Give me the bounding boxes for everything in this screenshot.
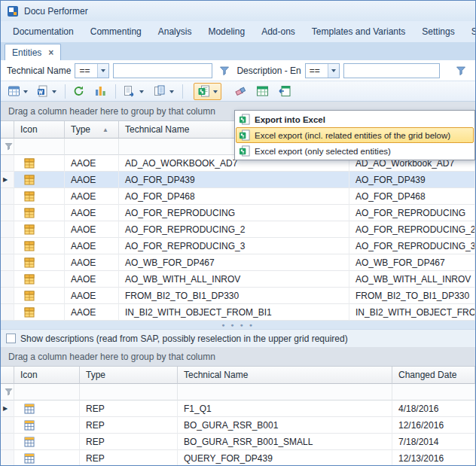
column-header-changed-date[interactable]: Changed Date bbox=[392, 367, 475, 384]
description-filter-input[interactable] bbox=[343, 63, 440, 78]
column-header-icon[interactable]: Icon bbox=[14, 121, 65, 139]
entity-row[interactable]: AAOEAO_WB_WITH_ALL_INROVAO_WB_WITH_ALL_I… bbox=[1, 271, 475, 288]
menu-item-analysis[interactable]: Analysis bbox=[151, 23, 200, 41]
word-document-button[interactable] bbox=[33, 83, 60, 100]
excel-export-dropdown-menu: Export into Excel Excel export (incl. re… bbox=[234, 110, 475, 160]
bottom-grid-body: ▶REPF1_Q14/18/2016REPBO_GURA_RSR_B00112/… bbox=[1, 401, 475, 466]
type-cell: AAOE bbox=[65, 238, 119, 254]
row-selector bbox=[1, 221, 14, 238]
excel-export-button[interactable] bbox=[194, 83, 221, 100]
description-filter-label: Description - En bbox=[236, 65, 301, 76]
entity-type-icon bbox=[14, 205, 65, 221]
type-cell: AAOE bbox=[65, 221, 119, 238]
bottom-grid-header: Icon Type Technical Name Changed Date bbox=[1, 367, 475, 384]
row-selector: ▶ bbox=[1, 172, 14, 188]
entity-row[interactable]: AAOEAO_WB_FOR_DP467AO_WB_FOR_DP467 bbox=[1, 254, 475, 271]
report-row[interactable]: REPBO_GURA_RSR_B00112/16/2016 bbox=[1, 417, 475, 434]
toolbar-separator bbox=[65, 84, 66, 99]
filter-cell[interactable] bbox=[80, 384, 178, 401]
row-selector-header bbox=[1, 121, 14, 139]
menu-item-sap-i[interactable]: SAP I bbox=[464, 23, 476, 41]
entity-row[interactable]: AAOEAO_FOR_REPRODUCING_2AO_FOR_REPRODUCI… bbox=[1, 221, 475, 238]
row-selector bbox=[1, 205, 14, 221]
combo-dropdown-button[interactable] bbox=[328, 64, 339, 78]
combo-dropdown-button[interactable] bbox=[97, 64, 108, 78]
row-selector: ▶ bbox=[1, 401, 14, 417]
filter-cell[interactable] bbox=[65, 139, 119, 155]
description-operator-combo[interactable]: == bbox=[305, 63, 340, 78]
menubar: DocumentationCommentingAnalysisModelingA… bbox=[1, 21, 475, 42]
funnel-icon bbox=[5, 388, 13, 396]
filter-funnel-button-right[interactable] bbox=[453, 63, 469, 78]
export-documents-button[interactable] bbox=[119, 83, 148, 100]
entity-row[interactable]: AAOEAO_FOR_REPRODUCINGAO_FOR_REPRODUCING bbox=[1, 205, 475, 221]
entity-type-icon bbox=[14, 188, 65, 205]
menu-item-settings[interactable]: Settings bbox=[414, 23, 462, 41]
menu-item-commenting[interactable]: Commenting bbox=[83, 23, 149, 41]
chevron-down-icon bbox=[331, 69, 336, 75]
report-row[interactable]: REPQUERY_FOR_DP43912/13/2016 bbox=[1, 450, 475, 466]
type-cell: REP bbox=[80, 450, 178, 466]
menu-item-documentation[interactable]: Documentation bbox=[5, 23, 81, 41]
type-cell: REP bbox=[80, 401, 178, 417]
funnel-icon bbox=[219, 65, 230, 76]
entity-row[interactable]: AAOEAO_FOR_DP468AO_FOR_DP468 bbox=[1, 188, 475, 205]
column-header-technical-name[interactable]: Technical Name bbox=[178, 367, 392, 384]
technical-name-cell: AO_FOR_REPRODUCING_2 bbox=[119, 221, 349, 238]
menu-item-modeling[interactable]: Modeling bbox=[200, 23, 252, 41]
column-header-type[interactable]: Type▲ bbox=[65, 121, 119, 139]
menu-item-export-into-excel[interactable]: Export into Excel bbox=[236, 111, 474, 127]
filter-funnel-button-left[interactable] bbox=[216, 63, 233, 78]
refresh-button[interactable] bbox=[69, 83, 89, 100]
menu-item-templates-and-variants[interactable]: Templates and Variants bbox=[304, 23, 413, 41]
report-row[interactable]: REPBO_GURA_RSR_B001_SMALL7/18/2014 bbox=[1, 434, 475, 450]
excel-table-button[interactable] bbox=[252, 83, 273, 100]
excel-export-icon bbox=[197, 85, 210, 97]
column-header-type[interactable]: Type bbox=[80, 367, 178, 384]
filter-row-indicator bbox=[1, 384, 14, 401]
tab-close-icon[interactable]: × bbox=[48, 47, 53, 58]
type-cell: AAOE bbox=[65, 205, 119, 221]
row-selector bbox=[1, 450, 14, 466]
entity-row[interactable]: AAOEFROM_BI2_TO_BI1_DP330FROM_BI2_TO_BI1… bbox=[1, 288, 475, 304]
entity-row[interactable]: AAOEIN_BI2_WITH_OBJECT_FROM_BI1IN_BI2_WI… bbox=[1, 304, 475, 321]
excel-import-button[interactable] bbox=[274, 83, 295, 100]
show-descriptions-row: Show descriptions (read from SAP, possib… bbox=[1, 329, 475, 347]
funnel-icon bbox=[5, 142, 13, 151]
show-descriptions-checkbox[interactable] bbox=[6, 334, 16, 343]
filter-cell[interactable] bbox=[178, 384, 392, 401]
changed-date-cell: 7/18/2014 bbox=[392, 434, 475, 450]
app-logo-icon bbox=[7, 5, 19, 17]
bottom-grid-groupby-area[interactable]: Drag a column header here to group by th… bbox=[1, 347, 475, 367]
description-cell: AO_FOR_DP439 bbox=[349, 172, 475, 188]
technical-name-cell: AO_FOR_DP439 bbox=[119, 172, 349, 188]
row-selector bbox=[1, 155, 14, 172]
merge-documents-button[interactable] bbox=[149, 83, 178, 100]
technical-name-cell: IN_BI2_WITH_OBJECT_FROM_BI1 bbox=[119, 304, 349, 321]
technical-name-filter-input[interactable] bbox=[113, 63, 212, 78]
description-cell: AO_WB_WITH_ALL_INROV bbox=[349, 271, 475, 288]
filter-cell[interactable] bbox=[14, 139, 65, 155]
clear-filter-button[interactable] bbox=[230, 83, 251, 100]
changed-date-cell: 12/13/2016 bbox=[392, 450, 475, 466]
entity-row[interactable]: AAOEAO_FOR_REPRODUCING_3AO_FOR_REPRODUCI… bbox=[1, 238, 475, 254]
filter-cell[interactable] bbox=[14, 384, 80, 401]
technical-name-cell: AO_FOR_DP468 bbox=[119, 188, 349, 205]
technical-name-operator-combo[interactable]: == bbox=[75, 63, 109, 78]
report-type-icon bbox=[14, 434, 80, 450]
word-table-export-button[interactable] bbox=[4, 83, 32, 100]
menu-item-excel-export-only-selected[interactable]: Excel export (only selected entities) bbox=[236, 143, 474, 159]
report-row[interactable]: ▶REPF1_Q14/18/2016 bbox=[1, 401, 475, 417]
changed-date-cell: 12/16/2016 bbox=[392, 417, 475, 434]
menu-item-add-ons[interactable]: Add-ons bbox=[254, 23, 303, 41]
filter-cell[interactable] bbox=[392, 384, 475, 401]
menu-item-excel-export-incl-related[interactable]: Excel export (incl. related entities of … bbox=[236, 127, 474, 143]
tab-entities[interactable]: Entities × bbox=[5, 44, 61, 60]
excel-icon bbox=[239, 129, 250, 141]
compare-button[interactable] bbox=[90, 83, 111, 100]
grid-splitter[interactable]: ● ● ● ● bbox=[1, 321, 475, 329]
technical-name-cell: AO_WB_FOR_DP467 bbox=[119, 254, 349, 271]
operator-value: == bbox=[306, 64, 328, 78]
column-header-icon[interactable]: Icon bbox=[14, 367, 80, 384]
entity-row[interactable]: ▶AAOEAO_FOR_DP439AO_FOR_DP439 bbox=[1, 172, 475, 188]
